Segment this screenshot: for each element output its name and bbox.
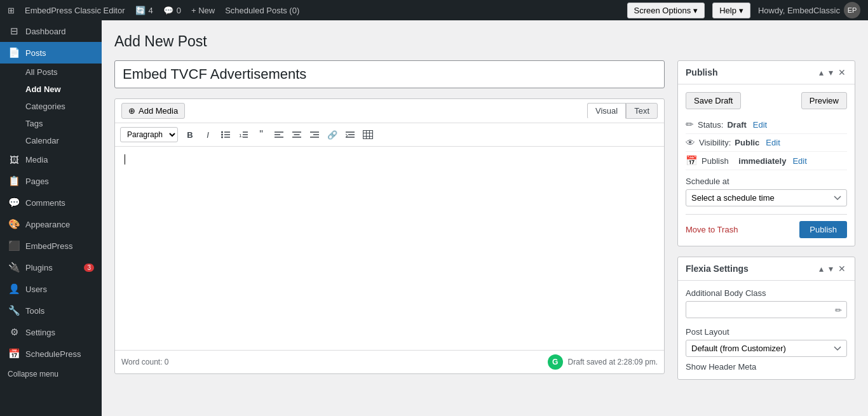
appearance-icon: 🎨 [8,218,20,230]
preview-button[interactable]: Preview [801,92,847,109]
main-layout: ⊟ Dashboard 📄 Posts All Posts Add New Ca… [0,20,868,416]
publish-collapse-down-button[interactable]: ▾ [827,66,834,79]
align-left-button[interactable] [271,126,287,143]
visual-tab-label: Visual [595,106,618,116]
flexia-collapse-up-button[interactable]: ▴ [818,262,825,275]
sidebar-item-posts[interactable]: 📄 Posts [0,42,102,64]
adminbar-new[interactable]: + New [191,6,215,15]
adminbar-updates[interactable]: 🔄 4 [135,6,153,15]
media-icon: 🖼 [8,154,20,165]
tags-label: Tags [25,119,43,128]
sidebar-sub-categories[interactable]: Categories [0,98,102,115]
settings-icon: ⚙ [8,326,20,338]
flexia-box-title: Flexia Settings [686,264,749,274]
screen-options-button[interactable]: Screen Options ▾ [627,3,705,18]
adminbar-wp-logo[interactable]: ⊞ [8,6,15,15]
sidebar-item-label-media: Media [25,155,48,164]
additional-body-class-icon: ✏ [835,305,842,314]
calendar-label: Calendar [25,136,59,145]
sidebar-item-comments[interactable]: 💬 Comments [0,192,102,213]
visibility-edit-link[interactable]: Edit [766,138,780,147]
bold-button[interactable]: B [182,126,198,143]
adminbar-howdy: Howdy, EmbedClassic EP [758,2,860,18]
link-button[interactable]: 🔗 [324,126,341,143]
publish-actions: Move to Trash Publish [686,214,847,238]
word-count: Word count: 0 [121,358,168,366]
sidebar-sub-add-new[interactable]: Add New [0,81,102,98]
sidebar-item-dashboard[interactable]: ⊟ Dashboard [0,20,102,42]
sidebar-item-label-tools: Tools [25,306,44,316]
publish-collapse-up-button[interactable]: ▴ [818,66,825,79]
svg-text:1.: 1. [239,133,243,138]
screen-options-chevron-icon: ▾ [693,6,698,15]
visual-tab[interactable]: Visual [587,103,626,119]
pages-icon: 📋 [8,175,20,187]
publish-box: Publish ▴ ▾ ✕ Save Draft [677,60,855,246]
adminbar-right: Screen Options ▾ Help ▾ Howdy, EmbedClas… [627,2,860,18]
publish-box-header: Publish ▴ ▾ ✕ [678,61,855,84]
table-button[interactable] [360,126,376,143]
sidebar-sub-all-posts[interactable]: All Posts [0,64,102,81]
ordered-list-button[interactable]: 1. [235,126,252,143]
collapse-menu[interactable]: Collapse menu [0,365,102,384]
grammarly-icon[interactable]: G [548,354,563,370]
svg-rect-22 [363,131,373,139]
publish-button[interactable]: Publish [799,221,847,238]
sidebar-item-label-appearance: Appearance [25,220,70,229]
sidebar-item-label-plugins: Plugins [25,263,53,272]
sidebar-item-plugins[interactable]: 🔌 Plugins 3 [0,257,102,278]
draft-saved-text: Draft saved at 2:28:09 pm. [568,358,658,366]
sidebar-item-settings[interactable]: ⚙ Settings [0,321,102,343]
move-to-trash-link[interactable]: Move to Trash [686,225,738,234]
publish-draft-row: Save Draft Preview [686,92,847,109]
editor-body[interactable] [115,147,664,350]
sidebar-item-embedpress[interactable]: ⬛ EmbedPress [0,235,102,257]
post-layout-select[interactable]: Default (from Customizer) Full Width Box… [686,340,847,357]
schedule-select[interactable]: Select a schedule time [686,189,847,206]
publish-time-row: 📅 Publish immediately Edit [686,152,847,170]
publish-time-edit-link[interactable]: Edit [792,156,806,166]
publish-immediately-label: immediately [738,156,786,166]
schedulepress-icon: 📅 [8,348,20,359]
additional-body-class-input[interactable] [686,301,847,318]
align-right-button[interactable] [306,126,323,143]
italic-button[interactable]: I [200,126,216,143]
schedule-at-label: Schedule at [686,177,847,186]
paragraph-select[interactable]: Paragraph Heading 1 Heading 2 [120,127,178,142]
sidebar-sub-tags[interactable]: Tags [0,115,102,132]
adminbar-comments[interactable]: 💬 0 [163,6,181,15]
editor-container: ⊕ Add Media Visual Text [114,98,665,374]
sidebar-item-schedulepress[interactable]: 📅 SchedulePress [0,343,102,365]
publish-box-body: Save Draft Preview ✏ Status: Draft Edit [678,84,855,246]
sidebar-item-label-users: Users [25,285,47,294]
flexia-close-button[interactable]: ✕ [837,262,847,275]
visibility-eye-icon: 👁 [686,137,695,148]
sidebar-item-appearance[interactable]: 🎨 Appearance [0,213,102,235]
blockquote-button[interactable]: " [253,126,269,143]
save-draft-label: Save Draft [694,96,733,105]
publish-close-button[interactable]: ✕ [837,66,847,79]
help-button[interactable]: Help ▾ [712,3,750,18]
adminbar-scheduled-posts[interactable]: Scheduled Posts (0) [225,6,299,15]
status-value: Draft [727,120,746,130]
text-tab[interactable]: Text [626,103,658,119]
flexia-collapse-down-button[interactable]: ▾ [827,262,834,275]
sidebar-sub-calendar[interactable]: Calendar [0,132,102,149]
post-title-input[interactable] [114,60,665,88]
flexia-header-controls: ▴ ▾ ✕ [818,262,847,275]
align-center-button[interactable] [288,126,305,143]
unordered-list-button[interactable] [217,126,234,143]
editor-top-toolbar: ⊕ Add Media Visual Text [115,99,664,123]
sidebar-item-tools[interactable]: 🔧 Tools [0,300,102,321]
additional-body-class-wrap: ✏ [686,301,847,318]
save-draft-button[interactable]: Save Draft [686,92,741,109]
sidebar-item-users[interactable]: 👤 Users [0,278,102,300]
sidebar-item-pages[interactable]: 📋 Pages [0,170,102,192]
indent-button[interactable] [342,126,358,143]
publish-box-title: Publish [686,67,718,77]
help-label: Help [719,6,736,15]
status-edit-link[interactable]: Edit [753,120,767,130]
adminbar-site-name[interactable]: EmbedPress Classic Editor [25,6,125,15]
sidebar-item-media[interactable]: 🖼 Media [0,149,102,170]
add-media-button[interactable]: ⊕ Add Media [121,103,185,119]
